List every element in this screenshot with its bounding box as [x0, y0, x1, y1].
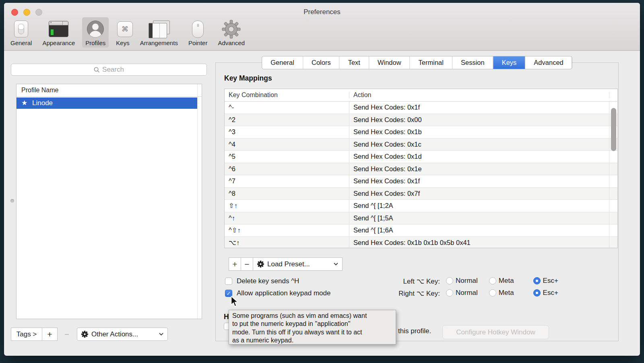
toolbar-item-general[interactable]: General	[7, 17, 35, 48]
toolbar-item-advanced[interactable]: Advanced	[215, 17, 248, 48]
other-actions-dropdown[interactable]: Other Actions...	[77, 328, 168, 341]
table-row[interactable]: ^5Send Hex Codes: 0x1d	[225, 151, 617, 163]
add-mapping-button[interactable]: +	[229, 257, 241, 271]
table-row[interactable]: ⌥↑Send Hex Codes: 0x1b 0x1b 0x5b 0x41	[225, 237, 617, 249]
chevron-down-icon	[334, 263, 338, 266]
radio-right-normal[interactable]	[446, 289, 453, 297]
key-combination-cell: ^2	[225, 114, 349, 126]
mapping-controls: + − Load Pr	[229, 257, 343, 271]
advanced-icon	[222, 19, 241, 39]
radio-left-esc[interactable]	[533, 277, 541, 284]
profile-name: Linode	[32, 99, 53, 107]
column-header-key-combination[interactable]: Key Combination	[225, 91, 349, 99]
table-row[interactable]: ^↑Send ^[ [1;5A	[225, 212, 617, 225]
key-combination-cell: ^3	[225, 126, 349, 138]
action-cell: Send Hex Codes: 0x00	[349, 114, 609, 126]
remove-profile-button-disabled: −	[61, 328, 73, 341]
key-combination-cell: ^8	[225, 188, 349, 200]
action-cell: Send Hex Codes: 0x1c	[349, 139, 609, 151]
delete-key-checkbox[interactable]	[225, 278, 232, 285]
action-cell: Send Hex Codes: 0x1b	[349, 126, 609, 138]
key-combination-cell: ^7	[225, 175, 349, 187]
key-combination-cell: ^5	[225, 151, 349, 163]
hotkey-text: this profile.	[398, 327, 431, 335]
table-row[interactable]: ^⇧↑Send ^[ [1;6A	[225, 224, 617, 237]
profile-actions: Tags > + − Other Actions...	[11, 328, 168, 341]
tab-colors[interactable]: Colors	[303, 56, 339, 69]
table-row[interactable]: ^2Send Hex Codes: 0x00	[225, 114, 617, 127]
radio-left-meta[interactable]	[489, 277, 496, 284]
search-icon	[94, 67, 100, 73]
appearance-icon: ×	[49, 19, 68, 39]
table-scrollbar-thumb[interactable]	[611, 108, 616, 151]
toolbar-item-arrangements[interactable]: Arrangements	[137, 17, 181, 48]
remove-mapping-button[interactable]: −	[241, 257, 253, 271]
add-profile-button[interactable]: +	[42, 328, 58, 341]
right-option-key-label: Right ⌥ Key:	[359, 289, 440, 298]
tab-terminal[interactable]: Terminal	[410, 56, 452, 69]
action-cell: Send ^[ [1;5A	[349, 212, 609, 224]
radio-right-esc[interactable]	[533, 289, 541, 297]
table-row[interactable]: ^4Send Hex Codes: 0x1c	[225, 139, 617, 151]
action-cell: Send Hex Codes: 0x7f	[349, 188, 609, 200]
mouse-cursor-icon	[229, 296, 238, 309]
profiles-icon	[87, 19, 104, 39]
key-mappings-table: Key Combination Action ^-Send Hex Codes:…	[224, 89, 618, 248]
profile-list-gutter	[197, 84, 198, 319]
desktop: Preferences General ×	[0, 0, 644, 363]
radio-left-normal[interactable]	[446, 277, 453, 284]
left-option-radios: Normal Meta Esc+	[446, 277, 558, 285]
search-placeholder: Search	[102, 66, 124, 74]
toolbar: General × Appearance	[7, 17, 248, 48]
table-row[interactable]: ^7Send Hex Codes: 0x1f	[225, 175, 617, 188]
left-option-key-label: Left ⌥ Key:	[359, 277, 440, 286]
profile-settings-panel: GeneralColorsTextWindowTerminalSessionKe…	[215, 62, 619, 341]
action-cell: Send Hex Codes: 0x1e	[349, 163, 609, 175]
tab-session[interactable]: Session	[452, 56, 493, 69]
tab-window[interactable]: Window	[369, 56, 410, 69]
tab-text[interactable]: Text	[339, 56, 369, 69]
action-cell: Send Hex Codes: 0x1d	[349, 151, 609, 163]
general-icon	[14, 19, 28, 39]
key-combination-cell: ^6	[225, 163, 349, 175]
table-row[interactable]: ^3Send Hex Codes: 0x1b	[225, 126, 617, 139]
tab-general[interactable]: General	[262, 56, 303, 69]
delete-key-label: Delete key sends ^H	[237, 277, 299, 285]
preferences-window: Preferences General ×	[4, 3, 640, 356]
column-header-action[interactable]: Action	[349, 91, 609, 99]
key-mappings-header: Key Combination Action	[225, 89, 617, 102]
keypad-tooltip: Some programs (such as vim and emacs) wa…	[229, 310, 396, 344]
search-input[interactable]: Search	[11, 64, 207, 76]
action-cell: Send Hex Codes: 0x1b 0x1b 0x5b 0x41	[349, 237, 609, 249]
action-cell: Send Hex Codes: 0x1f	[349, 102, 609, 114]
toolbar-item-keys[interactable]: ⌘ Keys	[113, 17, 132, 48]
table-row[interactable]: ^6Send Hex Codes: 0x1e	[225, 163, 617, 176]
keypad-label: Allow application keypad mode	[237, 289, 330, 297]
toolbar-item-profiles[interactable]: Profiles	[82, 17, 109, 48]
table-row[interactable]: ⇧↑Send ^[ [1;2A	[225, 200, 617, 212]
keys-icon: ⌘	[117, 19, 128, 39]
toolbar-item-appearance[interactable]: × Appearance	[39, 17, 78, 48]
key-mappings-title: Key Mappings	[224, 74, 272, 83]
configure-hotkey-window-button: Configure Hotkey Window	[442, 325, 549, 339]
toolbar-item-pointer[interactable]: Pointer	[185, 17, 211, 48]
gear-icon	[257, 261, 264, 268]
table-row[interactable]: ^8Send Hex Codes: 0x7f	[225, 188, 617, 200]
key-combination-cell: ⌥↑	[225, 237, 349, 249]
key-combination-cell: ^4	[225, 139, 349, 151]
profile-row[interactable]: ★ Linode	[17, 97, 197, 109]
tab-keys[interactable]: Keys	[493, 56, 525, 69]
action-cell: Send ^[ [1;2A	[349, 200, 609, 212]
table-row[interactable]: ^-Send Hex Codes: 0x1f	[225, 102, 617, 114]
pointer-icon	[192, 19, 204, 39]
arrangements-icon	[149, 19, 169, 39]
radio-right-meta[interactable]	[489, 289, 496, 297]
tab-advanced[interactable]: Advanced	[525, 56, 572, 69]
tags-button[interactable]: Tags >	[11, 328, 42, 341]
load-preset-dropdown[interactable]: Load Preset...	[253, 257, 343, 271]
action-cell: Send ^[ [1;6A	[349, 224, 609, 236]
key-combination-cell: ⇧↑	[225, 200, 349, 212]
right-option-radios: Normal Meta Esc+	[446, 289, 558, 297]
window-edge-dot	[10, 199, 14, 203]
key-combination-cell: ^-	[225, 102, 349, 114]
